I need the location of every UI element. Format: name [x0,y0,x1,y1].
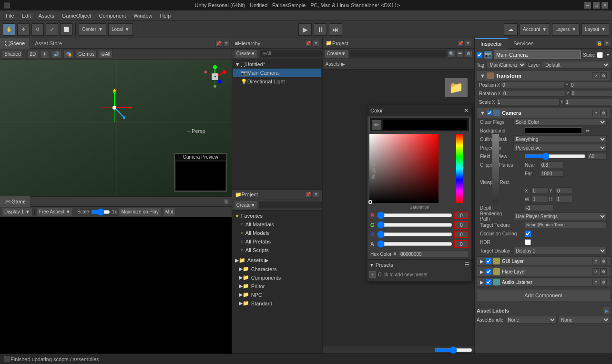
inspector-menu[interactable]: ≡ [603,40,610,47]
asset-labels-toggle[interactable]: ▶ [603,307,610,314]
pause-button[interactable]: ⏸ [314,23,327,36]
display-button[interactable]: Display 1 ▼ [2,208,32,216]
hierarchy-menu[interactable]: ≡ [313,40,319,47]
hand-tool-button[interactable]: ✋ [3,23,15,36]
vx-input[interactable] [531,187,548,194]
r-slider[interactable] [377,212,452,218]
audio-listener-checkbox[interactable] [486,279,491,285]
all-materials[interactable]: ○ All Materials [233,220,321,229]
g-value-input[interactable] [454,221,469,229]
all-models[interactable]: ○ All Models [233,229,321,237]
scale-slider[interactable] [91,210,110,214]
all-button[interactable]: ⊕All [99,50,112,59]
components-folder[interactable]: ▶ 📁 Components [233,273,321,282]
tab-asset-store[interactable]: Asset Store [30,38,67,49]
rect-tool-button[interactable]: ⬜ [60,23,72,36]
assets-label[interactable]: ▶ 📁 Assets ▶ [233,256,321,265]
flare-fold-arrow[interactable]: ▶ [480,269,484,274]
favorites-folder[interactable]: ★ Favorites [233,212,321,220]
local-toggle[interactable]: Local ▼ [108,23,133,36]
position-x[interactable] [501,81,564,88]
vh-input[interactable] [556,196,572,202]
culling-dropdown[interactable]: Everything [513,135,607,143]
flare-settings[interactable]: ⚙ [600,268,607,275]
static-dropdown-arrow[interactable]: ▼ [606,52,610,57]
bundle-select-1[interactable]: None [505,316,557,324]
audio-fold-arrow[interactable]: ▶ [480,280,484,285]
aspect-button[interactable]: Free Aspect ▼ [37,208,73,216]
alpha-slider[interactable] [492,134,499,203]
position-y[interactable] [570,81,612,88]
camera-settings[interactable]: ⚙ [600,110,607,116]
assets-settings-btn[interactable]: ⚙ [465,50,472,58]
shaded-button[interactable]: Shaded [2,50,23,59]
menu-window[interactable]: Window [130,12,156,20]
r-value-input[interactable] [454,212,469,219]
fov-slider[interactable] [524,154,586,159]
hierarchy-item-main-camera[interactable]: 📷 Main Camera [233,69,321,77]
standard-folder[interactable]: ▶ 📁 Standard [233,299,321,308]
menu-assets[interactable]: Assets [35,12,58,20]
projection-dropdown[interactable]: Perspective [513,144,607,152]
camera-help[interactable]: ? [592,110,599,116]
all-scripts[interactable]: ○ All Scripts [233,246,321,254]
vw-input[interactable] [531,196,548,202]
menu-file[interactable]: File [2,12,18,20]
audio-help[interactable]: ? [592,279,599,285]
tab-services[interactable]: Services [508,38,539,49]
menu-help[interactable]: Help [156,12,174,20]
hierarchy-item-directional-light[interactable]: 💡 Directional Light [233,77,321,86]
scene-menu-button[interactable]: ≡ [223,40,230,47]
light-button[interactable]: ☀ [40,50,49,59]
tab-scene[interactable]: ⛶ Scene [0,38,30,49]
presets-fold[interactable]: ▼ [369,263,376,268]
game-menu-button[interactable]: ≡ [223,198,230,205]
flare-layer-checkbox[interactable] [486,269,491,274]
characters-folder[interactable]: ▶ 📁 Characters [233,265,321,273]
tab-game[interactable]: 🎮 Game [0,196,31,207]
static-checkbox[interactable] [597,52,603,58]
project-pin[interactable]: 📌 [305,191,312,198]
fov-value[interactable] [588,153,607,160]
transform-help[interactable]: ? [592,72,599,79]
account-dropdown[interactable]: Account ▼ [520,23,550,36]
assets-search[interactable] [349,50,447,58]
assets-grid-btn[interactable]: ☰ [456,50,464,58]
object-active-checkbox[interactable] [477,52,482,58]
cloud-button[interactable]: ☁ [504,23,518,36]
b-slider[interactable] [377,232,452,237]
rendering-dropdown[interactable]: Use Player Settings [513,212,607,220]
folder-item[interactable]: 📁 [442,73,470,102]
clear-flags-dropdown[interactable]: Solid Color [513,118,607,126]
assets-search-icon[interactable]: 🔍 [448,50,455,58]
effects-button[interactable]: 🎭 [63,50,74,59]
transform-fold-icon[interactable]: ▼ [480,73,485,79]
inspector-lock[interactable]: 🔒 [596,40,602,47]
gui-layer-checkbox[interactable] [486,258,491,264]
assets-menu-btn[interactable]: ≡ [465,40,471,47]
audio-settings[interactable]: ⚙ [600,279,607,285]
rotate-tool-button[interactable]: ↺ [31,23,44,36]
b-value-input[interactable] [454,231,469,238]
rotation-x[interactable] [502,90,565,97]
thumbnail-size-slider[interactable] [434,348,472,353]
menu-gameobject[interactable]: GameObject [58,12,95,20]
maximize-button[interactable]: □ [593,2,600,9]
move-tool-button[interactable]: ✛ [17,23,30,36]
editor-folder[interactable]: ▶ 📁 Editor [233,282,321,291]
far-input[interactable] [540,170,564,177]
transform-settings[interactable]: ⚙ [600,72,607,79]
hex-input[interactable] [398,250,469,258]
near-input[interactable] [540,162,564,168]
project-search[interactable] [259,201,322,209]
mute-button[interactable]: Mut [163,208,176,216]
a-value-input[interactable] [454,240,469,248]
menu-component[interactable]: Component [95,12,130,20]
vy-input[interactable] [556,187,572,194]
hierarchy-item-untitled[interactable]: ▼ ⛶ Untitled* [233,60,321,69]
hdr-checkbox[interactable] [525,239,531,245]
eyedropper-button[interactable]: ✏ [372,120,381,130]
camera-enabled-checkbox[interactable] [487,111,492,115]
audio-button[interactable]: 🔊 [51,50,61,59]
hierarchy-pin[interactable]: 📌 [305,40,312,47]
